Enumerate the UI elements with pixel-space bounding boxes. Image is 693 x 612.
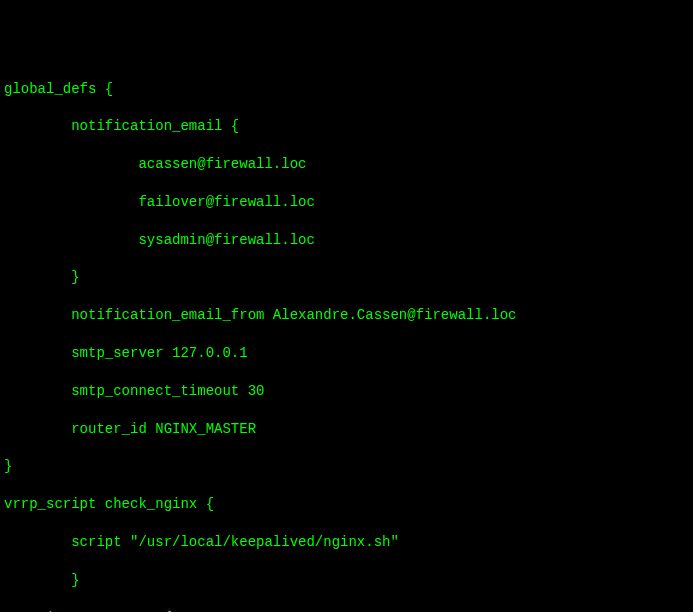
config-line: }: [4, 457, 689, 476]
config-line: notification_email {: [4, 117, 689, 136]
config-line: sysadmin@firewall.loc: [4, 231, 689, 250]
config-line: notification_email_from Alexandre.Cassen…: [4, 306, 689, 325]
config-line: smtp_connect_timeout 30: [4, 382, 689, 401]
config-line: smtp_server 127.0.0.1: [4, 344, 689, 363]
config-line: vrrp_script check_nginx {: [4, 495, 689, 514]
config-line: failover@firewall.loc: [4, 193, 689, 212]
config-line: }: [4, 571, 689, 590]
config-line: global_defs {: [4, 80, 689, 99]
config-line: acassen@firewall.loc: [4, 155, 689, 174]
config-line: }: [4, 268, 689, 287]
config-line: vrrp_instance VI_1 {: [4, 609, 689, 613]
config-line: router_id NGINX_MASTER: [4, 420, 689, 439]
config-line: script "/usr/local/keepalived/nginx.sh": [4, 533, 689, 552]
